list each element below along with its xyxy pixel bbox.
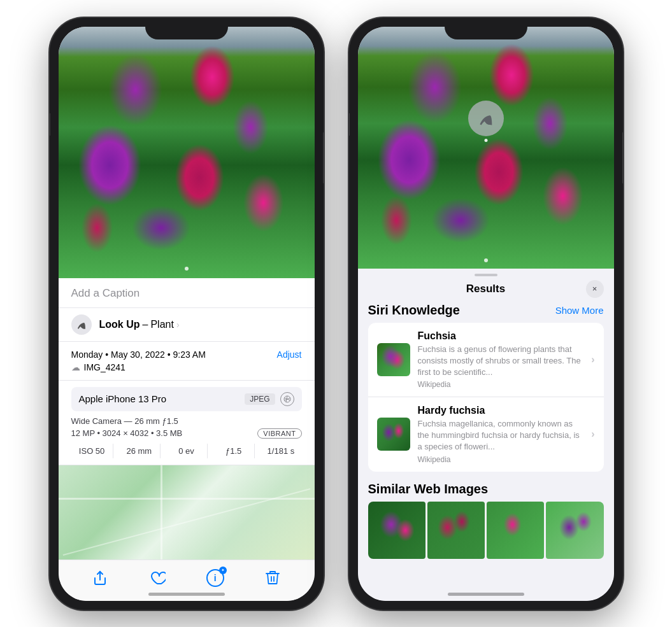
exif-row: ISO 50 26 mm 0 ev ƒ1.5 1/181 s	[71, 444, 302, 458]
results-header: Results ×	[358, 279, 614, 300]
chevron-icon: ›	[591, 354, 594, 365]
lookup-row[interactable]: Look Up – Plant ›	[59, 308, 315, 342]
info-button[interactable]: i ✦	[205, 568, 225, 588]
cloud-icon: ☁	[71, 362, 80, 372]
hardy-title: Hardy fuchsia	[418, 405, 584, 416]
camera-header: Apple iPhone 13 Pro JPEG	[71, 387, 302, 411]
share-button[interactable]	[90, 568, 110, 588]
metadata-section: Monday • May 30, 2022 • 9:23 AM Adjust ☁…	[59, 342, 315, 381]
knowledge-item-fuchsia[interactable]: Fuchsia Fuchsia is a genus of flowering …	[368, 323, 604, 398]
page-indicator	[185, 267, 189, 271]
filename: IMG_4241	[84, 362, 125, 372]
resolution: 12 MP • 3024 × 4032 • 3.5 MB	[71, 428, 183, 438]
aperture-icon	[280, 392, 294, 406]
adjust-button[interactable]: Adjust	[277, 349, 302, 360]
camera-section: Apple iPhone 13 Pro JPEG Wide Camera — 2…	[59, 381, 315, 465]
format-badge: JPEG	[245, 393, 275, 405]
hardy-thumbnail	[377, 418, 410, 451]
notch	[445, 18, 527, 39]
exif-shutter: 1/181 s	[260, 444, 301, 458]
leaf-icon	[76, 319, 87, 330]
similar-images-section: Similar Web Images	[368, 482, 604, 559]
lookup-dash: –	[143, 319, 148, 330]
leaf-lookup-icon	[477, 109, 495, 127]
home-indicator-right	[448, 593, 524, 596]
page-indicator-right	[484, 258, 488, 262]
similar-img-2[interactable]	[427, 502, 485, 559]
fuchsia-desc: Fuchsia is a genus of flowering plants t…	[418, 344, 584, 379]
left-phone: Add a Caption Look Up – Plant › Monday •…	[50, 18, 324, 610]
sparkle-badge: ✦	[219, 567, 227, 574]
knowledge-item-hardy[interactable]: Hardy fuchsia Fuchsia magellanica, commo…	[368, 397, 604, 472]
show-more-button[interactable]: Show More	[555, 305, 604, 316]
chevron-icon: ›	[176, 320, 180, 330]
map-thumbnail[interactable]	[59, 465, 315, 560]
caption-area[interactable]: Add a Caption	[59, 278, 315, 308]
results-content[interactable]: Siri Knowledge Show More Fuchsia Fuchsia…	[358, 300, 614, 601]
knowledge-card: Fuchsia Fuchsia is a genus of flowering …	[368, 323, 604, 472]
close-button[interactable]: ×	[586, 280, 604, 298]
flower-photo-right[interactable]	[358, 27, 614, 269]
similar-images-grid	[368, 502, 604, 559]
lookup-subject: Plant	[150, 319, 173, 330]
notch	[145, 18, 228, 39]
exif-focal: 26 mm	[118, 444, 161, 458]
fuchsia-title: Fuchsia	[418, 330, 584, 342]
fuchsia-source: Wikipedia	[418, 380, 584, 389]
delete-button[interactable]	[262, 568, 283, 588]
fuchsia-text: Fuchsia Fuchsia is a genus of flowering …	[418, 330, 584, 390]
home-indicator	[148, 593, 225, 596]
similar-img-1[interactable]	[368, 502, 425, 559]
hardy-source: Wikipedia	[418, 455, 584, 464]
lookup-bold: Look Up	[99, 319, 140, 330]
similar-img-4[interactable]	[546, 502, 603, 559]
fuchsia-thumbnail	[377, 343, 410, 376]
siri-knowledge-title: Siri Knowledge	[368, 303, 460, 318]
hardy-text: Hardy fuchsia Fuchsia magellanica, commo…	[418, 405, 584, 464]
vl-dot	[484, 139, 487, 142]
similar-title: Similar Web Images	[368, 482, 489, 497]
visual-lookup-button[interactable]	[468, 101, 504, 136]
similar-img-3[interactable]	[487, 502, 544, 559]
hardy-desc: Fuchsia magellanica, commonly known as t…	[418, 418, 584, 453]
date-text: Monday • May 30, 2022 • 9:23 AM	[71, 349, 206, 360]
lookup-label: Look Up – Plant ›	[99, 319, 180, 330]
right-screen: Results × Siri Knowledge Show More Fuchs…	[358, 27, 614, 601]
similar-header: Similar Web Images	[368, 482, 604, 497]
siri-knowledge-header: Siri Knowledge Show More	[368, 303, 604, 318]
results-title: Results	[466, 283, 505, 295]
camera-model: Apple iPhone 13 Pro	[79, 393, 167, 404]
flower-photo[interactable]	[59, 27, 315, 278]
exif-aperture: ƒ1.5	[213, 444, 255, 458]
exif-ev: 0 ev	[166, 444, 208, 458]
left-screen: Add a Caption Look Up – Plant › Monday •…	[59, 27, 315, 601]
caption-placeholder: Add a Caption	[71, 287, 140, 299]
chevron-icon: ›	[591, 428, 594, 440]
drag-handle[interactable]	[475, 274, 497, 276]
results-panel: Results × Siri Knowledge Show More Fuchs…	[358, 269, 614, 601]
favorite-button[interactable]	[147, 568, 168, 588]
right-phone: Results × Siri Knowledge Show More Fuchs…	[349, 18, 623, 610]
lens-info: Wide Camera — 26 mm ƒ1.5	[71, 416, 302, 426]
lookup-icon	[71, 314, 92, 335]
filter-badge: VIBRANT	[257, 428, 301, 439]
exif-iso: ISO 50	[71, 444, 113, 458]
